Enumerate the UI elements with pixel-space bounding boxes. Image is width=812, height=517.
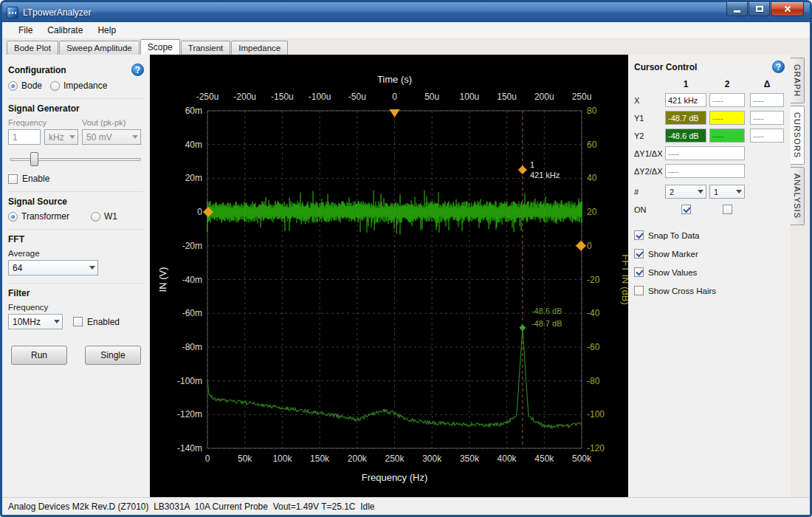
scope-plot[interactable]: -250u-200u-150u-100u-50u050u100u150u200u… [150,55,628,497]
tab-scope[interactable]: Scope [140,39,180,55]
menu-help[interactable]: Help [90,24,123,37]
scope-plot-svg[interactable]: -250u-200u-150u-100u-50u050u100u150u200u… [150,55,628,497]
right-zero-marker[interactable] [576,241,586,251]
axis-text: -80m [182,342,202,352]
amplitude-slider[interactable] [10,152,141,167]
average-select[interactable]: 64 [8,260,98,275]
cursor-row-y1: Y1 -48.7 dB ---- ---- [634,111,785,125]
time-zero-marker[interactable] [390,109,400,117]
w1-radio[interactable] [91,212,100,222]
side-tab-cursors[interactable]: CURSORS [791,106,805,165]
show-values-checkbox[interactable] [634,267,644,277]
help-icon[interactable]: ? [131,64,144,76]
cursor1-on-checkbox[interactable] [681,205,691,214]
axis-text: 20 [587,207,597,217]
signal-generator-title: Signal Generator [8,103,80,114]
configuration-title: Configuration [8,65,66,75]
cursor-control-panel: Cursor Control ? 1 2 Δ X 421 kHz ---- --… [628,55,791,497]
cursor2-y2-swatch[interactable]: ---- [709,129,745,143]
tab-bode-plot[interactable]: Bode Plot [7,41,58,55]
filter-enabled-checkbox[interactable] [73,317,83,326]
cursor-row-x: X 421 kHz ---- ---- [634,93,785,107]
slider-thumb[interactable] [30,152,38,166]
frequency-value: 1 [13,132,18,143]
window-controls [726,2,805,16]
axis-text: -100m [177,376,202,386]
y2-row-label: Y2 [634,131,665,140]
side-tab-graph[interactable]: GRAPH [791,58,805,103]
axis-text: -120 [587,443,605,453]
tab-sweep-amplitude[interactable]: Sweep Amplitude [59,41,140,55]
column-header-1: 1 [665,79,706,89]
maximize-button[interactable] [749,2,770,16]
delta-y1-value[interactable]: ---- [750,111,784,125]
tabbar: Bode Plot Sweep Amplitude Scope Transien… [2,39,810,55]
axis-text: 100k [272,453,292,464]
frequency-unit-select[interactable]: kHz [44,129,78,145]
x-row-label: X [634,96,665,105]
axis-text: 300k [422,453,442,464]
status-bar: Analog Devices M2k Rev.D (Z7010) LB3031A… [2,497,810,515]
impedance-radio-label: Impedance [63,81,107,91]
axis-text: 250u [572,92,592,102]
dy2dx-value[interactable]: ---- [665,164,745,178]
cursor2-on-checkbox[interactable] [723,205,732,214]
show-cross-hairs-label: Show Cross Hairs [648,287,716,295]
transformer-radio[interactable] [8,212,18,222]
app-window: LTpowerAnalyzer File Calibrate Help Bode… [0,0,812,517]
number-row-label: # [634,188,665,196]
delta-x-value[interactable]: ---- [750,93,784,107]
titlebar[interactable]: LTpowerAnalyzer [2,2,810,22]
y1-row-label: Y1 [634,114,665,123]
axis-text: 80 [587,106,597,116]
close-button[interactable] [771,2,804,16]
axis-text: 200k [348,453,368,464]
cursor-row-dy1dx: ΔY1/ΔX ---- [634,146,785,160]
run-button[interactable]: Run [11,346,67,365]
axis-text: -40 [587,308,600,318]
filter-frequency-value: 10MHz [13,317,41,327]
axis-text: 150k [310,453,330,464]
cursor-row-number: # 2 1 [634,185,785,199]
show-cross-hairs-checkbox[interactable] [634,286,644,295]
bode-radio[interactable] [8,81,18,91]
configuration-section: Configuration ? Bode Impedance [8,59,144,91]
axis-text: 60 [587,140,597,150]
cursor1-y1-value[interactable]: -48.7 dB [665,111,706,125]
side-tab-analysis[interactable]: ANALYSIS [791,167,805,225]
cursor1-number-select[interactable]: 2 [665,185,706,199]
menu-file[interactable]: File [11,24,40,37]
axis-text: -60 [587,342,600,352]
tab-transient[interactable]: Transient [181,41,231,55]
snap-to-data-checkbox[interactable] [634,230,644,240]
axis-text: -100u [309,92,331,102]
cursor1-x-value[interactable]: 421 kHz [665,93,706,107]
delta-y2-value[interactable]: ---- [750,129,784,143]
axis-text: 0 [205,453,210,464]
cursor1-y2-value[interactable]: -48.6 dB [665,129,706,143]
bode-radio-label: Bode [21,81,42,91]
single-button[interactable]: Single [85,346,141,365]
cursor2-number-select[interactable]: 1 [709,185,745,199]
enable-checkbox[interactable] [8,174,18,184]
main-content: Configuration ? Bode Impedance Signal Ge… [2,55,810,497]
menu-calibrate[interactable]: Calibrate [40,24,90,37]
cursor-control-title: Cursor Control [634,62,697,72]
dy1dx-value[interactable]: ---- [665,146,745,160]
side-tab-strip: GRAPH CURSORS ANALYSIS [791,55,810,497]
help-icon[interactable]: ? [772,61,785,73]
frequency-input[interactable]: 1 [8,129,41,145]
impedance-radio[interactable] [50,81,60,91]
axis-text: -40m [182,275,202,285]
cursor2-x-value[interactable]: ---- [709,93,745,107]
window-title: LTpowerAnalyzer [23,7,91,18]
cursor-1-marker[interactable] [518,165,527,174]
axis-text: -150u [271,92,294,102]
show-marker-checkbox[interactable] [634,249,644,258]
filter-frequency-select[interactable]: 10MHz [8,314,63,329]
axis-text: -100 [587,409,605,420]
cursor2-y1-swatch[interactable]: ---- [709,111,745,125]
vout-select[interactable]: 50 mV [82,129,141,145]
minimize-button[interactable] [726,2,748,16]
tab-impedance[interactable]: Impedance [231,41,288,55]
